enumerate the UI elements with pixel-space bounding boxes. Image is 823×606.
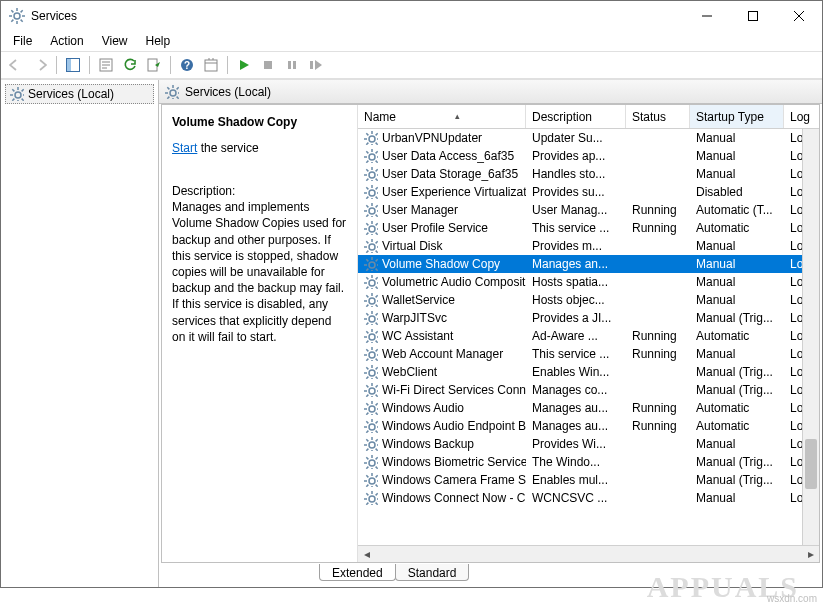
- cell-name: Windows Audio: [358, 401, 526, 415]
- tab-extended[interactable]: Extended: [319, 564, 396, 581]
- cell-name: User Profile Service: [358, 221, 526, 235]
- gear-icon: [364, 239, 378, 253]
- column-header-name[interactable]: Name▴: [358, 105, 526, 128]
- tree-item-services-local[interactable]: Services (Local): [5, 84, 154, 104]
- horizontal-scrollbar[interactable]: ◂ ▸: [358, 545, 819, 562]
- cell-name: User Manager: [358, 203, 526, 217]
- table-row[interactable]: UrbanVPNUpdaterUpdater Su...ManualLoca: [358, 129, 819, 147]
- stop-service-button[interactable]: [257, 54, 279, 76]
- forward-button[interactable]: [29, 54, 51, 76]
- back-button[interactable]: [5, 54, 27, 76]
- service-name: Windows Connect Now - C...: [382, 491, 526, 505]
- cell-startup-type: Manual: [690, 491, 784, 505]
- cell-name: WebClient: [358, 365, 526, 379]
- properties-button[interactable]: [95, 54, 117, 76]
- refresh-button[interactable]: [119, 54, 141, 76]
- table-row[interactable]: WebClientEnables Win...Manual (Trig...Lo…: [358, 363, 819, 381]
- service-name: User Data Access_6af35: [382, 149, 514, 163]
- gear-icon: [364, 419, 378, 433]
- cell-startup-type: Manual: [690, 293, 784, 307]
- table-row[interactable]: Windows Connect Now - C...WCNCSVC ...Man…: [358, 489, 819, 507]
- svg-rect-9: [264, 61, 272, 69]
- cell-name: User Data Access_6af35: [358, 149, 526, 163]
- cell-name: Windows Camera Frame Se...: [358, 473, 526, 487]
- table-row[interactable]: Windows Audio Endpoint B...Manages au...…: [358, 417, 819, 435]
- svg-rect-8: [205, 60, 217, 71]
- table-row[interactable]: Windows BackupProvides Wi...ManualLoca: [358, 435, 819, 453]
- cell-startup-type: Manual: [690, 347, 784, 361]
- cell-status: Running: [626, 419, 690, 433]
- minimize-button[interactable]: [684, 1, 730, 31]
- gear-icon: [364, 203, 378, 217]
- table-row[interactable]: Volumetric Audio Composit...Hosts spatia…: [358, 273, 819, 291]
- table-row[interactable]: Windows AudioManages au...RunningAutomat…: [358, 399, 819, 417]
- toolbar: ?: [1, 51, 822, 79]
- maximize-button[interactable]: [730, 1, 776, 31]
- services-window: Services File Action View Help ?: [0, 0, 823, 588]
- menu-file[interactable]: File: [5, 33, 40, 49]
- menu-help[interactable]: Help: [138, 33, 179, 49]
- table-row[interactable]: WarpJITSvcProvides a JI...Manual (Trig..…: [358, 309, 819, 327]
- table-row[interactable]: User Experience Virtualizati...Provides …: [358, 183, 819, 201]
- restart-service-button[interactable]: [305, 54, 327, 76]
- column-header-startup-type[interactable]: Startup Type: [690, 105, 784, 128]
- help-button[interactable]: ?: [176, 54, 198, 76]
- table-row[interactable]: Virtual DiskProvides m...ManualLoca: [358, 237, 819, 255]
- menu-view[interactable]: View: [94, 33, 136, 49]
- table-row[interactable]: User Profile ServiceThis service ...Runn…: [358, 219, 819, 237]
- cell-description: User Manag...: [526, 203, 626, 217]
- cell-startup-type: Automatic: [690, 419, 784, 433]
- table-row[interactable]: Volume Shadow CopyManages an...ManualLoc…: [358, 255, 819, 273]
- cell-description: Handles sto...: [526, 167, 626, 181]
- table-row[interactable]: Windows Camera Frame Se...Enables mul...…: [358, 471, 819, 489]
- description-text: Description: Manages and implements Volu…: [172, 183, 347, 345]
- service-name: User Manager: [382, 203, 458, 217]
- close-button[interactable]: [776, 1, 822, 31]
- cell-description: The Windo...: [526, 455, 626, 469]
- sort-ascending-icon: ▴: [455, 111, 460, 121]
- cell-name: WarpJITSvc: [358, 311, 526, 325]
- list-body[interactable]: UrbanVPNUpdaterUpdater Su...ManualLocaUs…: [358, 129, 819, 545]
- start-service-button[interactable]: [233, 54, 255, 76]
- table-row[interactable]: User ManagerUser Manag...RunningAutomati…: [358, 201, 819, 219]
- cell-description: Hosts spatia...: [526, 275, 626, 289]
- vertical-scrollbar[interactable]: [802, 129, 819, 545]
- column-header-status[interactable]: Status: [626, 105, 690, 128]
- table-row[interactable]: Wi-Fi Direct Services Conne...Manages co…: [358, 381, 819, 399]
- gear-icon: [364, 185, 378, 199]
- cell-name: Windows Backup: [358, 437, 526, 451]
- table-row[interactable]: WC AssistantAd-Aware ...RunningAutomatic…: [358, 327, 819, 345]
- column-header-logon[interactable]: Log: [784, 105, 814, 128]
- main-pane: Services (Local) Volume Shadow Copy Star…: [159, 80, 822, 587]
- start-service-link[interactable]: Start: [172, 141, 197, 155]
- scroll-right-button[interactable]: ▸: [802, 546, 819, 563]
- cell-startup-type: Disabled: [690, 185, 784, 199]
- cell-startup-type: Manual: [690, 131, 784, 145]
- export-button[interactable]: [143, 54, 165, 76]
- table-row[interactable]: User Data Storage_6af35Handles sto...Man…: [358, 165, 819, 183]
- cell-status: Running: [626, 203, 690, 217]
- table-row[interactable]: Windows Biometric ServiceThe Windo...Man…: [358, 453, 819, 471]
- show-hide-tree-button[interactable]: [62, 54, 84, 76]
- scrollbar-thumb[interactable]: [805, 439, 817, 489]
- column-header-description[interactable]: Description: [526, 105, 626, 128]
- scroll-left-button[interactable]: ◂: [358, 546, 375, 563]
- table-row[interactable]: User Data Access_6af35Provides ap...Manu…: [358, 147, 819, 165]
- tree-item-label: Services (Local): [28, 87, 114, 101]
- menu-action[interactable]: Action: [42, 33, 91, 49]
- gear-icon: [364, 437, 378, 451]
- service-name: Virtual Disk: [382, 239, 442, 253]
- calendar-button[interactable]: [200, 54, 222, 76]
- gear-icon: [9, 8, 25, 24]
- pause-service-button[interactable]: [281, 54, 303, 76]
- table-row[interactable]: WalletServiceHosts objec...ManualLoca: [358, 291, 819, 309]
- cell-startup-type: Manual: [690, 275, 784, 289]
- gear-icon: [364, 221, 378, 235]
- cell-name: Windows Audio Endpoint B...: [358, 419, 526, 433]
- cell-description: Provides m...: [526, 239, 626, 253]
- table-row[interactable]: Web Account ManagerThis service ...Runni…: [358, 345, 819, 363]
- tab-standard[interactable]: Standard: [395, 564, 470, 581]
- cell-startup-type: Manual: [690, 239, 784, 253]
- gear-icon: [364, 311, 378, 325]
- cell-status: Running: [626, 221, 690, 235]
